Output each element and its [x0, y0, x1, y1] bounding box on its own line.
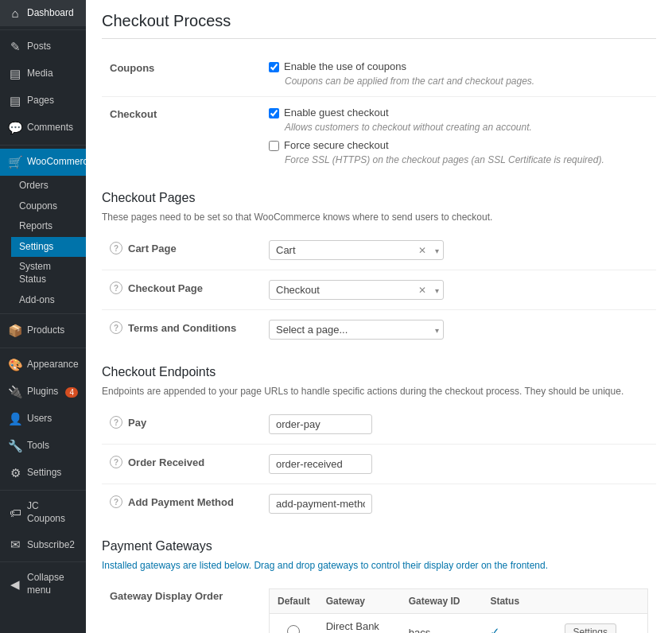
sidebar-item-tools[interactable]: 🔧 Tools	[0, 433, 86, 460]
enable-coupons-label: Enable the use of coupons	[284, 60, 406, 72]
pay-input[interactable]	[269, 414, 372, 434]
sidebar-item-media[interactable]: ▤ Media	[0, 60, 86, 87]
plugins-badge: 4	[65, 387, 78, 398]
sidebar-item-comments[interactable]: 💬 Comments	[0, 115, 86, 142]
gateway-name-cell: Direct Bank Transfer	[318, 614, 401, 634]
main-content: Checkout Process Coupons Enable the use …	[86, 0, 672, 633]
sidebar-item-label: Products	[27, 324, 78, 337]
cart-page-dropdown[interactable]: Cart	[269, 240, 444, 260]
gateway-settings-button[interactable]: Settings	[565, 623, 616, 633]
sidebar-item-label: Collapse menu	[27, 572, 78, 596]
add-payment-label: ? Add Payment Method	[102, 484, 261, 524]
gateway-id-cell: bacs	[401, 614, 483, 634]
sidebar-item-plugins[interactable]: 🔌 Plugins 4	[0, 379, 86, 406]
sidebar-item-label: System Status	[19, 261, 78, 285]
sidebar-item-users[interactable]: 👤 Users	[0, 406, 86, 433]
sidebar-item-reports[interactable]: Reports	[11, 216, 86, 237]
sidebar-item-appearance[interactable]: 🎨 Appearance	[0, 351, 86, 379]
gateway-display-content: Default Gateway Gateway ID Status Direct…	[261, 579, 656, 633]
order-received-help-icon[interactable]: ?	[110, 456, 122, 468]
checkout-clear-icon[interactable]: ✕	[418, 285, 426, 296]
content-area: Checkout Process Coupons Enable the use …	[86, 0, 672, 633]
terms-page-label: ? Terms and Conditions	[102, 310, 261, 350]
checkout-label: Checkout	[102, 97, 261, 176]
order-received-input-cell	[261, 445, 656, 484]
add-payment-help-icon[interactable]: ?	[110, 495, 122, 508]
sidebar-item-addons[interactable]: Add-ons	[11, 290, 86, 311]
add-payment-input[interactable]	[269, 494, 372, 514]
terms-page-wrapper: Select a page... ▾	[269, 320, 444, 340]
cart-clear-icon[interactable]: ✕	[418, 245, 426, 256]
sidebar-item-jc-coupons[interactable]: 🏷 JC Coupons	[0, 494, 86, 531]
checkout-page-wrapper: Checkout ✕ ▾	[269, 280, 444, 300]
guest-checkout-checkbox[interactable]	[269, 108, 279, 118]
checkout-endpoints-desc: Endpoints are appended to your page URLs…	[102, 386, 656, 397]
checkout-page-dropdown[interactable]: Checkout	[269, 280, 444, 300]
sidebar-item-settings[interactable]: Settings	[11, 237, 86, 258]
sidebar-divider	[0, 348, 86, 348]
sidebar-item-label: Posts	[27, 41, 78, 53]
add-payment-input-cell	[261, 484, 656, 524]
subscribe2-icon: ✉	[8, 538, 22, 552]
add-payment-row: ? Add Payment Method	[102, 484, 656, 524]
sidebar-item-dashboard[interactable]: ⌂ Dashboard	[0, 0, 86, 26]
sidebar-divider	[0, 145, 86, 146]
sidebar-item-posts[interactable]: ✎ Posts	[0, 33, 86, 60]
sidebar-item-pages[interactable]: ▤ Pages	[0, 87, 86, 115]
cart-page-label: ? Cart Page	[102, 231, 261, 270]
page-title: Checkout Process	[102, 12, 656, 39]
sidebar-item-settings-main[interactable]: ⚙ Settings	[0, 460, 86, 487]
default-gateway-radio[interactable]	[287, 625, 300, 634]
collapse-icon: ◀	[8, 577, 22, 592]
sidebar-divider	[0, 313, 86, 314]
order-received-row: ? Order Received	[102, 445, 656, 484]
sidebar-item-coupons[interactable]: Coupons	[11, 196, 86, 217]
gateway-status-cell: ✓	[482, 614, 556, 634]
appearance-icon: 🎨	[8, 358, 22, 372]
coupons-row: Coupons Enable the use of coupons Coupon…	[102, 51, 656, 97]
sidebar-item-label: Orders	[19, 180, 78, 192]
pay-label: ? Pay	[102, 405, 261, 445]
sidebar-item-collapse[interactable]: ◀ Collapse menu	[0, 565, 86, 603]
sidebar-item-system-status[interactable]: System Status	[11, 257, 86, 289]
sidebar-item-label: Pages	[27, 95, 78, 107]
sidebar-item-woocommerce[interactable]: 🛒 WooCommerce ▶	[0, 149, 86, 176]
actions-header	[557, 589, 648, 614]
pages-icon: ▤	[8, 94, 22, 108]
sidebar-item-label: Settings	[19, 241, 78, 254]
checkout-help-icon[interactable]: ?	[110, 282, 122, 294]
coupons-options: Enable the use of coupons Coupons can be…	[261, 51, 656, 97]
sidebar-item-label: Media	[27, 68, 78, 80]
sidebar-item-orders[interactable]: Orders	[11, 176, 86, 196]
sidebar-item-label: Dashboard	[27, 7, 78, 20]
sidebar-item-products[interactable]: 📦 Products	[0, 317, 86, 344]
checkout-page-label: ? Checkout Page	[102, 270, 261, 310]
guest-checkout-row: Enable guest checkout	[269, 107, 648, 118]
enable-coupons-checkbox[interactable]	[269, 62, 279, 72]
sidebar-item-subscribe2[interactable]: ✉ Subscribe2	[0, 531, 86, 558]
enable-coupons-row: Enable the use of coupons	[269, 60, 648, 72]
woo-subitems: Orders Coupons Reports Settings System S…	[0, 176, 86, 310]
sidebar-item-label: Coupons	[19, 200, 78, 213]
terms-help-icon[interactable]: ?	[110, 321, 122, 334]
coupons-label: Coupons	[102, 51, 261, 97]
checkout-options: Enable guest checkout Allows customers t…	[261, 97, 656, 176]
sidebar-item-label: Settings	[27, 467, 78, 480]
media-icon: ▤	[8, 67, 22, 81]
tools-icon: 🔧	[8, 439, 22, 453]
posts-icon: ✎	[8, 40, 22, 54]
plugins-icon: 🔌	[8, 385, 22, 399]
default-header: Default	[270, 589, 318, 614]
sidebar-item-label: Appearance	[27, 359, 79, 371]
coupons-desc: Coupons can be applied from the cart and…	[285, 76, 648, 87]
ssl-checkout-checkbox[interactable]	[269, 141, 279, 151]
gateway-default-cell	[270, 614, 318, 634]
sidebar-divider	[0, 29, 86, 30]
pay-help-icon[interactable]: ?	[110, 416, 122, 429]
cart-help-icon[interactable]: ?	[110, 242, 122, 254]
gateway-header: Gateway	[318, 589, 401, 614]
checkout-pages-desc: These pages need to be set so that WooCo…	[102, 212, 656, 223]
terms-page-dropdown[interactable]: Select a page...	[269, 320, 444, 340]
endpoints-table: ? Pay ? Order Received	[102, 405, 656, 523]
order-received-input[interactable]	[269, 454, 372, 474]
